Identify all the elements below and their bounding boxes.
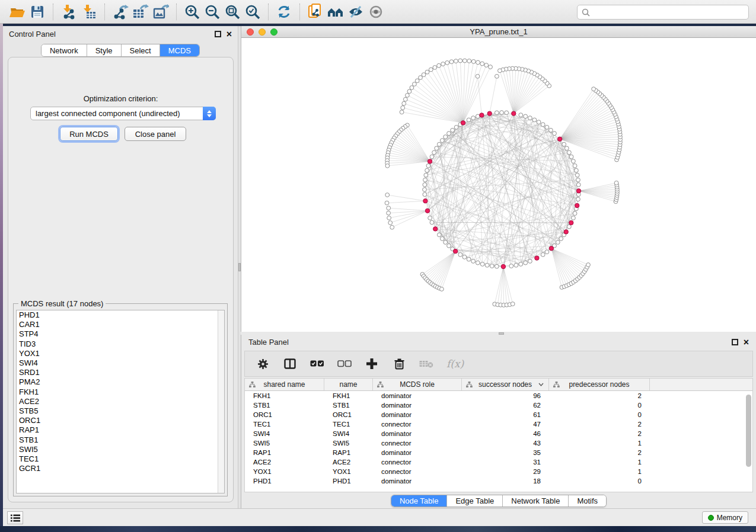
table-cell[interactable]: 0	[549, 477, 650, 485]
mcds-result-item[interactable]: STP4	[17, 329, 224, 339]
table-row[interactable]: PHD1PHD1dominator180	[245, 476, 752, 486]
table-row[interactable]: SWI4SWI4dominator462	[245, 429, 752, 438]
criterion-dropdown[interactable]: largest connected component (undirected)	[30, 107, 216, 120]
list-scrollbar-track[interactable]	[218, 310, 224, 493]
deselect-all-button[interactable]	[337, 357, 352, 371]
table-cell[interactable]: 2	[549, 392, 650, 399]
tab-mcds[interactable]: MCDS	[160, 44, 199, 56]
table-cell[interactable]: 35	[462, 449, 549, 456]
table-cell[interactable]: 1	[549, 468, 650, 475]
hide-selected-button[interactable]	[346, 2, 366, 21]
table-cell[interactable]: 31	[462, 459, 549, 466]
mcds-result-list[interactable]: PHD1CAR1STP4TID3YOX1SWI4SRD1PMA2FKH1ACE2…	[16, 310, 225, 493]
table-cell[interactable]: TEC1	[324, 421, 373, 428]
zoom-in-button[interactable]	[182, 2, 202, 21]
export-network-button[interactable]	[110, 2, 130, 21]
mcds-result-item[interactable]: YOX1	[17, 349, 224, 358]
table-cell[interactable]: 0	[549, 402, 650, 409]
table-cell[interactable]: 61	[462, 411, 549, 418]
column-header-successor-nodes[interactable]: successor nodes	[462, 379, 549, 390]
table-cell[interactable]: connector	[373, 468, 462, 475]
zoom-fit-button[interactable]	[222, 2, 243, 21]
tab-network-table[interactable]: Network Table	[503, 495, 569, 507]
close-panel-icon[interactable]: ×	[744, 339, 749, 345]
table-cell[interactable]: dominator	[373, 430, 462, 437]
split-table-button[interactable]	[283, 357, 297, 371]
table-cell[interactable]: PHD1	[245, 477, 324, 485]
table-cell[interactable]: SWI5	[324, 440, 373, 447]
table-row[interactable]: RAP1RAP1dominator352	[245, 448, 752, 457]
table-cell[interactable]: YOX1	[245, 468, 324, 475]
tab-select[interactable]: Select	[122, 44, 160, 56]
table-row[interactable]: YOX1YOX1connector291	[245, 467, 752, 476]
tab-motifs[interactable]: Motifs	[569, 495, 606, 507]
table-cell[interactable]: dominator	[373, 402, 462, 409]
mcds-result-item[interactable]: ACE2	[17, 397, 224, 406]
network-window-titlebar[interactable]: YPA_prune.txt_1	[241, 26, 756, 38]
mcds-result-item[interactable]: TEC1	[17, 454, 224, 464]
table-cell[interactable]: dominator	[373, 477, 462, 485]
mcds-result-item[interactable]: STB5	[17, 406, 224, 416]
table-cell[interactable]: TEC1	[245, 421, 324, 428]
mcds-result-item[interactable]: TID3	[17, 339, 224, 349]
delete-column-button[interactable]	[392, 357, 406, 371]
show-hidden-button[interactable]	[366, 2, 386, 21]
table-cell[interactable]: 0	[549, 411, 650, 418]
network-graph[interactable]	[241, 38, 756, 332]
table-cell[interactable]: 2	[549, 449, 650, 456]
apply-layout-button[interactable]	[274, 2, 294, 21]
table-cell[interactable]: ACE2	[324, 459, 373, 466]
mcds-result-item[interactable]: STB1	[17, 435, 224, 445]
table-cell[interactable]: dominator	[373, 449, 462, 456]
export-table-button[interactable]	[130, 2, 151, 21]
export-image-button[interactable]	[151, 2, 171, 21]
task-history-button[interactable]	[7, 511, 23, 524]
zoom-selected-button[interactable]	[243, 2, 263, 21]
table-row[interactable]: TEC1TEC1connector472	[245, 419, 752, 429]
add-column-button[interactable]	[365, 357, 379, 371]
zoom-out-button[interactable]	[202, 2, 222, 21]
float-panel-icon[interactable]	[215, 31, 221, 37]
minimize-window-icon[interactable]	[259, 28, 266, 36]
table-scrollbar-thumb[interactable]	[746, 395, 751, 467]
mcds-result-item[interactable]: FKH1	[17, 387, 224, 397]
column-header-MCDS-role[interactable]: MCDS role	[373, 379, 462, 390]
close-panel-button[interactable]: Close panel	[125, 127, 186, 141]
table-cell[interactable]: SWI4	[324, 430, 373, 437]
table-cell[interactable]: 18	[462, 477, 549, 485]
close-panel-icon[interactable]: ×	[227, 31, 232, 37]
mcds-result-item[interactable]: GCR1	[17, 464, 224, 473]
save-session-button[interactable]	[27, 2, 47, 21]
table-scrollbar-track[interactable]	[745, 393, 752, 492]
mcds-result-item[interactable]: SWI4	[17, 358, 224, 368]
table-cell[interactable]: 2	[549, 421, 650, 428]
select-all-button[interactable]	[310, 357, 324, 371]
tab-edge-table[interactable]: Edge Table	[447, 495, 503, 507]
search-input[interactable]	[594, 8, 744, 17]
tab-node-table[interactable]: Node Table	[391, 495, 448, 507]
maximize-window-icon[interactable]	[270, 28, 277, 36]
table-cell[interactable]: STB1	[324, 402, 373, 409]
run-mcds-button[interactable]: Run MCDS	[60, 127, 118, 141]
table-cell[interactable]: connector	[373, 459, 462, 466]
show-all-networks-button[interactable]	[326, 2, 346, 21]
table-row[interactable]: STB1STB1dominator620	[245, 400, 752, 410]
table-cell[interactable]: SWI4	[245, 430, 324, 437]
import-network-button[interactable]	[59, 2, 79, 21]
column-header-predecessor-nodes[interactable]: predecessor nodes	[549, 379, 650, 390]
table-cell[interactable]: ACE2	[245, 459, 324, 466]
close-window-icon[interactable]	[247, 28, 254, 36]
table-cell[interactable]: connector	[373, 421, 462, 428]
table-cell[interactable]: 47	[462, 421, 549, 428]
column-header-shared-name[interactable]: shared name	[245, 379, 324, 390]
table-cell[interactable]: RAP1	[324, 449, 373, 456]
table-cell[interactable]: 2	[549, 430, 650, 437]
network-canvas[interactable]	[241, 38, 756, 332]
open-folder-button[interactable]	[7, 2, 27, 21]
table-row[interactable]: FKH1FKH1dominator962	[245, 391, 752, 400]
column-header-name[interactable]: name	[324, 379, 373, 390]
table-cell[interactable]: dominator	[373, 411, 462, 418]
tab-style[interactable]: Style	[87, 44, 122, 56]
table-row[interactable]: ACE2ACE2connector311	[245, 457, 752, 467]
table-cell[interactable]: 46	[462, 430, 549, 437]
